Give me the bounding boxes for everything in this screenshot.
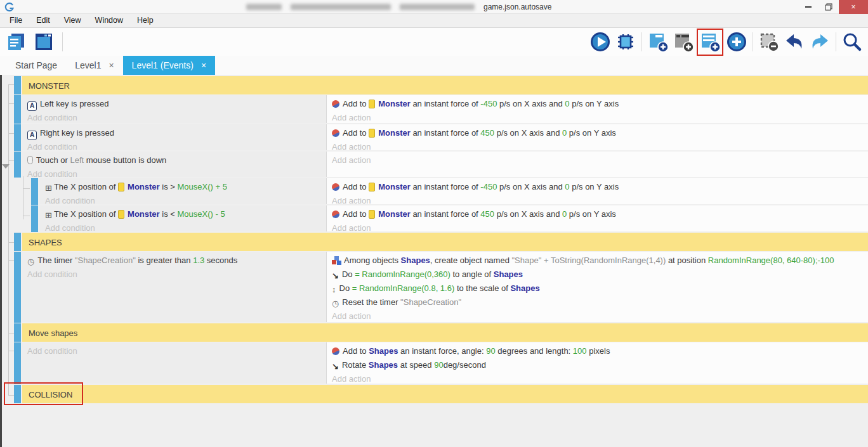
add-condition-button[interactable]: Add condition [27, 268, 326, 282]
action-text: at speed [398, 360, 434, 370]
action-item[interactable]: Reset the timer "ShapeCreation" [332, 295, 868, 309]
group-header-background [22, 76, 868, 94]
add-comment-icon [673, 31, 694, 53]
event-bar [14, 233, 21, 251]
action-item[interactable]: Add to Monster an instant force of -450 … [332, 97, 868, 111]
menu-bar: File Edit View Window Help [0, 14, 868, 28]
actions-cell[interactable]: Add action [327, 152, 868, 177]
action-text: an instant force of [411, 182, 481, 191]
condition-text: > [170, 182, 177, 191]
gdevelop-logo-icon [4, 2, 15, 12]
condition-item[interactable]: Touch or Left mouse button is down [27, 153, 326, 167]
condition-item[interactable]: The X position of Monster is > MouseX() … [45, 180, 326, 194]
condition-item[interactable]: Left key is pressed [27, 97, 326, 111]
events-editor: MONSTERLeft key is pressedAdd conditionA… [0, 75, 868, 447]
condition-item[interactable]: Right key is pressed [27, 126, 326, 140]
action-item[interactable]: Add to Monster an instant force of 450 p… [332, 207, 868, 221]
condition-text: Left [70, 155, 84, 165]
conditions-cell[interactable]: Add condition [22, 342, 327, 384]
condition-item[interactable]: The timer "ShapeCreation" is greater tha… [27, 254, 326, 268]
action-text: "Shape" + ToString(RandomInRange(1,4)) [512, 256, 666, 265]
tree-tick [8, 333, 14, 334]
group-header[interactable]: COLLISION [0, 385, 868, 404]
conditions-cell[interactable]: The X position of Monster is > MouseX() … [40, 178, 327, 204]
delete-event-icon [758, 31, 780, 53]
debug-button[interactable] [614, 29, 638, 55]
delete-event-button[interactable] [757, 29, 781, 55]
actions-cell[interactable]: Add to Shapes an instant force, angle: 9… [327, 342, 868, 384]
event-cells: Left key is pressedAdd conditionAdd to M… [22, 95, 868, 123]
action-text: Add action [332, 155, 371, 165]
action-text: Add action [332, 113, 371, 122]
actions-cell[interactable]: Add to Monster an instant force of 450 p… [327, 124, 868, 150]
action-item[interactable]: Rotate Shapes at speed 90deg/second [332, 358, 868, 372]
restore-button[interactable] [819, 0, 839, 14]
add-event-button[interactable] [646, 29, 670, 55]
action-text: -450 [480, 99, 497, 108]
group-header[interactable]: SHAPES [0, 233, 868, 252]
conditions-cell[interactable]: Left key is pressedAdd condition [22, 95, 327, 123]
add-action-button[interactable]: Add action [332, 111, 868, 123]
action-text: Do [339, 283, 352, 293]
action-text: Add to [343, 128, 369, 138]
add-action-button[interactable]: Add action [332, 140, 868, 150]
menu-window[interactable]: Window [88, 14, 130, 27]
collapse-arrow-icon[interactable] [2, 164, 10, 169]
event-cells: Add conditionAdd to Shapes an instant fo… [22, 342, 868, 384]
group-header[interactable]: Move shapes [0, 323, 868, 342]
event-row: Left key is pressedAdd conditionAdd to M… [0, 95, 868, 124]
menu-view[interactable]: View [57, 14, 88, 27]
add-condition-button[interactable]: Add condition [27, 344, 326, 358]
menu-help[interactable]: Help [130, 14, 161, 27]
add-condition-button[interactable]: Add condition [45, 194, 326, 204]
action-item[interactable]: Do = RandomInRange(0,360) to angle of Sh… [332, 268, 868, 282]
action-text: 90 [486, 346, 495, 356]
redo-button[interactable] [808, 29, 832, 55]
close-button[interactable]: × [839, 0, 868, 14]
collision-highlight-box [4, 382, 83, 405]
add-action-button[interactable]: Add action [332, 372, 868, 384]
action-item[interactable]: Add to Monster an instant force of 450 p… [332, 126, 868, 140]
add-action-button[interactable]: Add action [332, 309, 868, 322]
add-subevent-button[interactable] [697, 29, 723, 56]
action-item[interactable]: Among objects Shapes, create object name… [332, 254, 868, 268]
actions-cell[interactable]: Add to Monster an instant force of -450 … [327, 95, 868, 123]
actions-cell[interactable]: Among objects Shapes, create object name… [327, 252, 868, 322]
action-text: to angle of [450, 269, 494, 279]
tab-level1[interactable]: Level1 × [66, 56, 122, 75]
search-button[interactable] [840, 29, 864, 55]
play-button[interactable] [588, 29, 612, 55]
tab-close-icon[interactable]: × [109, 60, 114, 70]
add-condition-button[interactable]: Add condition [45, 221, 326, 231]
add-comment-button[interactable] [671, 29, 695, 55]
action-text: p/s on X axis and [497, 99, 565, 108]
condition-item[interactable]: The X position of Monster is < MouseX() … [45, 207, 326, 221]
conditions-cell[interactable]: The timer "ShapeCreation" is greater tha… [22, 252, 327, 322]
add-action-button[interactable]: Add action [332, 153, 868, 167]
conditions-cell[interactable]: Right key is pressedAdd condition [22, 124, 327, 150]
menu-edit[interactable]: Edit [29, 14, 57, 27]
conditions-cell[interactable]: The X position of Monster is < MouseX() … [40, 205, 327, 231]
action-item[interactable]: Do = RandomInRange(0.8, 1.6) to the scal… [332, 282, 868, 295]
minimize-button[interactable] [798, 0, 819, 14]
menu-file[interactable]: File [3, 14, 29, 27]
group-header[interactable]: MONSTER [0, 76, 868, 95]
tab-start-page[interactable]: Start Page [6, 56, 66, 75]
tab-close-icon[interactable]: × [201, 60, 206, 70]
add-action-button[interactable]: Add action [332, 194, 868, 204]
actions-cell[interactable]: Add to Monster an instant force of -450 … [327, 178, 868, 204]
project-manager-button[interactable] [4, 29, 28, 55]
condition-text: is [160, 182, 171, 191]
action-item[interactable]: Add to Monster an instant force of -450 … [332, 180, 868, 194]
actions-cell[interactable]: Add to Monster an instant force of 450 p… [327, 205, 868, 231]
action-item[interactable]: Add to Shapes an instant force, angle: 9… [332, 344, 868, 358]
add-event-chooser-button[interactable] [725, 29, 749, 55]
conditions-cell[interactable]: Touch or Left mouse button is downAdd co… [22, 152, 327, 177]
undo-button[interactable] [782, 29, 806, 55]
add-condition-button[interactable]: Add condition [27, 167, 326, 177]
add-condition-button[interactable]: Add condition [27, 111, 326, 123]
scene-editor-button[interactable] [32, 29, 56, 55]
add-condition-button[interactable]: Add condition [27, 140, 326, 150]
add-action-button[interactable]: Add action [332, 221, 868, 231]
tab-level1-events[interactable]: Level1 (Events) × [123, 56, 215, 75]
